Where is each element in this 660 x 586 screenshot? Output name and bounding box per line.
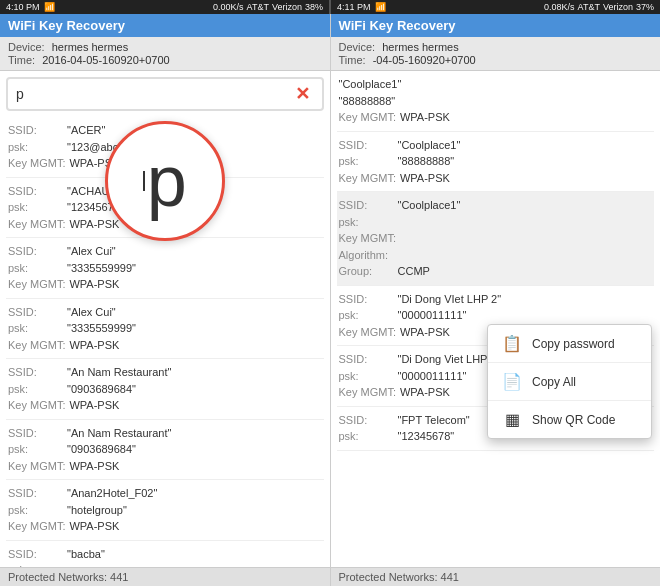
psk-label: psk: <box>339 428 394 445</box>
ssid-value: "Di Dong Viet LHP" <box>398 351 492 368</box>
keymgmt-value: WPA-PSK <box>69 518 119 535</box>
psk-label: psk: <box>339 153 394 170</box>
status-bar-right: 4:11 PM 📶 0.08K/s AT&T Verizon 37% <box>331 0 660 14</box>
status-left-info: 4:10 PM 📶 <box>6 2 55 12</box>
search-clear-button[interactable]: ✕ <box>291 83 314 105</box>
copy-all-icon: 📄 <box>502 372 522 391</box>
signal-left: 📶 <box>44 2 55 12</box>
p-overlay: p <box>105 121 225 241</box>
right-device-value: hermes hermes <box>382 41 458 53</box>
ssid-label: SSID: <box>8 364 63 381</box>
list-item[interactable]: SSID:"bacba" psk: <box>6 541 324 568</box>
status-right-info: 0.00K/s AT&T Verizon 38% <box>213 2 323 12</box>
psk-value: "88888888" <box>398 153 455 170</box>
signal-right: 📶 <box>375 2 386 12</box>
psk-value: "88888888" <box>339 93 396 110</box>
ssid-value: "An Nam Restaurant" <box>67 425 171 442</box>
list-item[interactable]: SSID:"Anan2Hotel_F02" psk:"hotelgroup" K… <box>6 480 324 541</box>
ssid-label: SSID: <box>339 137 394 154</box>
psk-label: psk: <box>339 307 394 324</box>
ssid-label: SSID: <box>8 243 63 260</box>
psk-label: psk: <box>8 441 63 458</box>
left-footer: Protected Networks: 441 <box>0 567 330 586</box>
keymgmt-label: Key MGMT: <box>339 170 396 187</box>
carrier-att-left: AT&T <box>247 2 269 12</box>
left-device-label: Device: <box>8 41 45 53</box>
left-device-row: Device: hermes hermes <box>8 41 322 53</box>
context-menu: 📋 Copy password 📄 Copy All ▦ Show QR Cod… <box>487 324 652 439</box>
psk-label: psk: <box>8 502 63 519</box>
left-app-title: WiFi Key Recovery <box>8 18 125 33</box>
show-qr-item[interactable]: ▦ Show QR Code <box>488 401 651 438</box>
keymgmt-label: Key MGMT: <box>8 337 65 354</box>
search-input[interactable] <box>16 86 291 102</box>
ssid-value: "Coolplace1" <box>398 137 461 154</box>
ssid-value: "ACER" <box>67 122 105 139</box>
right-time-value: -04-05-160920+0700 <box>373 54 476 66</box>
left-time-label: Time: <box>8 54 35 66</box>
ssid-value: "Anan2Hotel_F02" <box>67 485 157 502</box>
list-item[interactable]: SSID:"Coolplace1" psk: Key MGMT: Algorit… <box>337 192 655 286</box>
right-device-label: Device: <box>339 41 376 53</box>
search-container: ✕ p <box>0 71 330 117</box>
show-qr-icon: ▦ <box>502 410 522 429</box>
psk-value: "12345678" <box>398 428 455 445</box>
psk-label: psk: <box>339 368 394 385</box>
status-bars: 4:10 PM 📶 0.00K/s AT&T Verizon 38% 4:11 … <box>0 0 660 14</box>
psk-value: "0000011111" <box>398 368 467 385</box>
left-app-info: Device: hermes hermes Time: 2016-04-05-1… <box>0 37 330 71</box>
ssid-value: "Di Dong VIet LHP 2" <box>398 291 502 308</box>
copy-password-label: Copy password <box>532 337 615 351</box>
list-item[interactable]: SSID:"Alex Cui" psk:"3335559999" Key MGM… <box>6 299 324 360</box>
right-footer: Protected Networks: 441 <box>331 567 661 586</box>
list-item[interactable]: SSID:"Coolplace1" psk:"88888888" Key MGM… <box>337 132 655 193</box>
ssid-value: "An Nam Restaurant" <box>67 364 171 381</box>
psk-value: "0000011111" <box>398 307 467 324</box>
keymgmt-label: Key MGMT: <box>8 458 65 475</box>
psk-label: psk: <box>8 199 63 216</box>
network-speed-right: 0.08K/s <box>544 2 575 12</box>
carrier-att-right: AT&T <box>578 2 600 12</box>
algorithm-label: Algorithm: <box>339 247 394 264</box>
keymgmt-value: WPA-PSK <box>69 216 119 233</box>
keymgmt-label: Key MGMT: <box>8 276 65 293</box>
battery-right: 37% <box>636 2 654 12</box>
ssid-label: SSID: <box>8 183 63 200</box>
psk-value: "3335559999" <box>67 260 136 277</box>
psk-label: psk: <box>8 139 63 156</box>
carrier-verizon-right: Verizon <box>603 2 633 12</box>
keymgmt-value: WPA-PSK <box>69 337 119 354</box>
copy-all-item[interactable]: 📄 Copy All <box>488 363 651 401</box>
copy-password-icon: 📋 <box>502 334 522 353</box>
ssid-label: SSID: <box>339 197 394 214</box>
right-time-row: Time: -04-05-160920+0700 <box>339 54 653 66</box>
keymgmt-label: Key MGMT: <box>8 397 65 414</box>
list-item[interactable]: SSID:"An Nam Restaurant" psk:"0903689684… <box>6 420 324 481</box>
keymgmt-label: Key MGMT: <box>8 216 65 233</box>
list-item[interactable]: SSID:"An Nam Restaurant" psk:"0903689684… <box>6 359 324 420</box>
keymgmt-value: WPA-PSK <box>400 324 450 341</box>
psk-label: psk: <box>8 381 63 398</box>
right-time-label: Time: <box>339 54 366 66</box>
keymgmt-value: WPA-PSK <box>400 384 450 401</box>
right-network-list[interactable]: "Coolplace1" "88888888" Key MGMT:WPA-PSK… <box>331 71 661 567</box>
psk-value: "0903689684" <box>67 381 136 398</box>
list-item[interactable]: SSID:"Alex Cui" psk:"3335559999" Key MGM… <box>6 238 324 299</box>
right-footer-text: Protected Networks: 441 <box>339 571 459 583</box>
ssid-label: SSID: <box>339 351 394 368</box>
right-app-title: WiFi Key Recovery <box>339 18 456 33</box>
keymgmt-label: Key MGMT: <box>339 384 396 401</box>
panels-container: WiFi Key Recovery Device: hermes hermes … <box>0 14 660 586</box>
time-left: 4:10 PM <box>6 2 40 12</box>
ssid-label: SSID: <box>8 304 63 321</box>
copy-password-item[interactable]: 📋 Copy password <box>488 325 651 363</box>
keymgmt-label: Key MGMT: <box>8 518 65 535</box>
right-app-info: Device: hermes hermes Time: -04-05-16092… <box>331 37 661 71</box>
search-bar[interactable]: ✕ <box>6 77 324 111</box>
list-item[interactable]: "Coolplace1" "88888888" Key MGMT:WPA-PSK <box>337 71 655 132</box>
status-bar-left: 4:10 PM 📶 0.00K/s AT&T Verizon 38% <box>0 0 329 14</box>
keymgmt-label: Key MGMT: <box>339 109 396 126</box>
carrier-verizon-left: Verizon <box>272 2 302 12</box>
ssid-value: "Alex Cui" <box>67 304 116 321</box>
ssid-label: SSID: <box>8 546 63 563</box>
